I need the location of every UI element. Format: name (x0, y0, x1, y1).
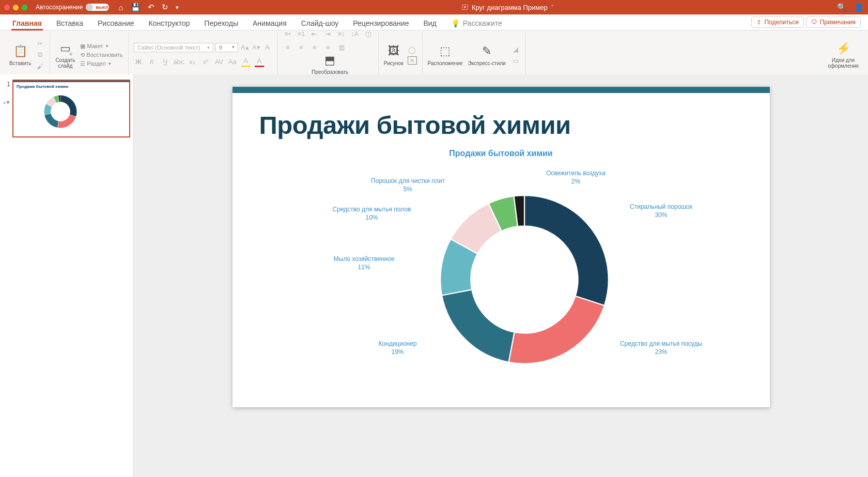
layout-menu[interactable]: ▦Макет (80, 43, 122, 50)
arrange-icon: ⬚ (438, 44, 453, 59)
account-icon[interactable]: 👤 (854, 3, 864, 12)
align-center-icon[interactable]: ≡ (297, 42, 306, 52)
design-ideas-button[interactable]: ⚡ Идеи дляоформления (828, 41, 859, 69)
shape-outline-icon[interactable]: ▭ (511, 56, 520, 65)
outdent-icon[interactable]: ⇤ (310, 30, 319, 38)
home-icon[interactable]: ⌂ (118, 3, 123, 12)
redo-icon[interactable]: ↻ (162, 3, 168, 12)
textbox-icon[interactable]: A (408, 56, 417, 65)
arrange-button[interactable]: ⬚ Расположение (428, 44, 463, 66)
tab-insert[interactable]: Вставка (49, 16, 90, 30)
tab-slideshow[interactable]: Слайд-шоу (294, 16, 346, 30)
strike-icon[interactable]: abc (174, 57, 183, 66)
clear-format-icon[interactable]: A̶ (263, 43, 272, 52)
char-spacing-icon[interactable]: AV (214, 57, 224, 66)
donut-chart[interactable] (429, 184, 620, 375)
decrease-font-icon[interactable]: A▾ (252, 43, 261, 52)
bullets-icon[interactable]: ≡• (283, 30, 292, 38)
new-slide-label: Создатьслайд (55, 57, 75, 69)
chart-label-2: Средство для мытья посуды23% (615, 340, 708, 356)
paste-button[interactable]: 📋 Вставить (9, 44, 31, 66)
tab-home[interactable]: Главная (5, 16, 49, 30)
tab-draw[interactable]: Рисование (90, 16, 142, 30)
new-slide-button[interactable]: ▭＋ Создатьслайд (55, 41, 75, 69)
group-arrange: ⬚ Расположение ✎ Экспресс-стили ◢ ▭ (423, 33, 526, 77)
shape-fill-icon[interactable]: ◢ (511, 44, 520, 54)
tab-animation[interactable]: Анимация (245, 16, 294, 30)
increase-font-icon[interactable]: A▴ (240, 43, 250, 52)
copy-icon[interactable]: ⧉ (35, 50, 44, 59)
picture-button[interactable]: 🖼 Рисунок (384, 44, 404, 66)
bold-icon[interactable]: Ж (134, 57, 143, 66)
indent-icon[interactable]: ⇥ (323, 30, 333, 38)
undo-icon[interactable]: ↶ (148, 3, 154, 12)
font-size-select[interactable]: 9▾ (215, 43, 238, 52)
reset-button[interactable]: ⟲Восстановить (80, 52, 122, 58)
format-painter-icon[interactable]: 🖌 (35, 61, 44, 71)
clipboard-icon: 📋 (12, 44, 28, 59)
change-case-icon[interactable]: Aa (228, 57, 237, 66)
share-button[interactable]: ⇪ Поделиться (751, 17, 803, 28)
tab-design[interactable]: Конструктор (142, 16, 197, 30)
font-name-select[interactable]: Calibri (Основной текст)▾ (134, 43, 213, 52)
align-left-icon[interactable]: ≡ (283, 42, 292, 52)
columns-icon[interactable]: ▥ (337, 42, 346, 52)
quick-styles-label: Экспресс-стили (468, 60, 506, 66)
align-text-icon[interactable]: ◫ (364, 30, 373, 38)
tab-view[interactable]: Вид (416, 16, 443, 30)
autosave-toggle[interactable]: Автосохранение ВЫКЛ. (36, 4, 109, 11)
share-label: Поделиться (764, 19, 798, 26)
window-controls (4, 5, 27, 10)
save-icon[interactable]: 💾 (131, 3, 141, 12)
thumbnail-star-icon: ⁎★ (3, 99, 10, 105)
section-icon: ☰ (80, 60, 85, 67)
font-color-icon[interactable]: A (255, 56, 264, 67)
subscript-icon[interactable]: x₂ (188, 57, 197, 66)
minimize-window-icon[interactable] (13, 5, 19, 10)
tab-transitions[interactable]: Переходы (197, 16, 245, 30)
qat-more-icon[interactable]: ▾ (176, 4, 179, 11)
ribbon: 📋 Вставить ✂ ⧉ 🖌 ▭＋ Создатьслайд ▦Макет … (0, 30, 868, 80)
slide-canvas[interactable]: Продажи бытовой химии Продажи бытовой хи… (233, 87, 770, 407)
cut-icon[interactable]: ✂ (35, 39, 44, 48)
close-window-icon[interactable] (4, 5, 10, 10)
numbering-icon[interactable]: ≡1 (297, 30, 306, 38)
group-font: Calibri (Основной текст)▾ 9▾ A▴ A▾ A̶ Ж … (129, 33, 278, 77)
tell-me[interactable]: 💡 Расскажите (444, 16, 509, 30)
tab-review[interactable]: Рецензирование (346, 16, 416, 30)
underline-icon[interactable]: Ч (161, 57, 170, 66)
quick-access-toolbar: ⌂ 💾 ↶ ↻ ▾ (118, 3, 178, 12)
slide-title[interactable]: Продажи бытовой химии (259, 111, 770, 140)
slide-editor[interactable]: Продажи бытовой химии Продажи бытовой хи… (134, 74, 868, 477)
new-slide-icon: ▭＋ (57, 41, 73, 56)
section-menu[interactable]: ☰Раздел (80, 60, 122, 67)
italic-icon[interactable]: К (147, 57, 157, 66)
thumbnail-index: 1 (3, 80, 10, 88)
lightbulb-icon: 💡 (451, 19, 460, 27)
group-clipboard: 📋 Вставить ✂ ⧉ 🖌 (4, 33, 50, 77)
chart-label-6: Порошок для чистки плит5% (357, 177, 460, 193)
highlight-color-icon[interactable]: A (241, 56, 251, 67)
arrange-label: Расположение (428, 60, 463, 66)
slide-thumbnail-1[interactable]: Продажи бытовой химии (12, 80, 130, 137)
search-icon[interactable]: 🔍 (837, 3, 847, 12)
smartart-icon: ⬒ (322, 53, 338, 68)
workspace: 1 ⁎★ Продажи бытовой химии Продажи бытов… (0, 74, 868, 477)
maximize-window-icon[interactable] (22, 5, 27, 10)
align-right-icon[interactable]: ≡ (310, 42, 319, 52)
picture-icon: 🖼 (386, 44, 401, 59)
paste-label: Вставить (9, 60, 31, 66)
group-paragraph: ≡• ≡1 ⇤ ⇥ ≡↕ ↕A ◫ ≡ ≡ ≡ ≡ ▥ ⬒ Преобразов… (278, 33, 379, 77)
line-spacing-icon[interactable]: ≡↕ (337, 30, 346, 38)
thumbnail-title: Продажи бытовой химии (17, 84, 129, 89)
document-title[interactable]: P Круг диаграмма Пример ˅ (183, 4, 833, 11)
comment-icon: 🗨 (811, 19, 817, 26)
superscript-icon[interactable]: x² (201, 57, 210, 66)
titlebar: Автосохранение ВЫКЛ. ⌂ 💾 ↶ ↻ ▾ P Круг ди… (0, 0, 868, 14)
justify-icon[interactable]: ≡ (323, 42, 333, 52)
comments-button[interactable]: 🗨 Примечания (806, 17, 861, 28)
quick-styles-button[interactable]: ✎ Экспресс-стили (468, 44, 506, 66)
text-direction-icon[interactable]: ↕A (350, 30, 360, 38)
reset-icon: ⟲ (80, 52, 85, 58)
shapes-icon[interactable]: ◯ (408, 45, 417, 54)
